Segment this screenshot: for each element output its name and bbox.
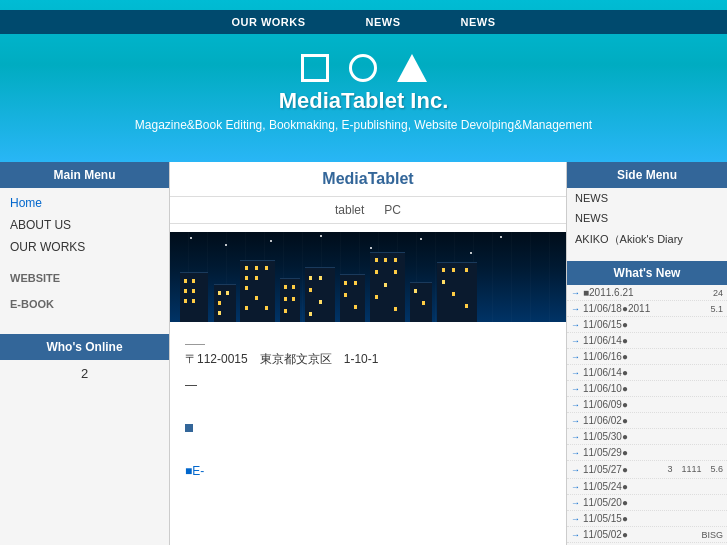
building-2 <box>214 284 236 322</box>
window <box>309 276 312 280</box>
news-date: 11/05/24● <box>583 481 723 492</box>
window <box>344 293 347 297</box>
window <box>255 296 258 300</box>
page-header: OUR WORKS NEWS NEWS MediaTablet Inc. Mag… <box>0 0 727 162</box>
news-item: →11/05/20● <box>567 495 727 511</box>
building-7 <box>370 252 405 322</box>
news-arrow-icon: → <box>571 336 580 346</box>
news-date: 11/06/09● <box>583 399 723 410</box>
left-sidebar-header: Main Menu <box>0 162 169 188</box>
tab-tablet[interactable]: tablet <box>335 203 364 217</box>
news-date: 11/06/18●2011 <box>583 303 708 314</box>
window <box>375 295 378 299</box>
news-arrow-icon: → <box>571 288 580 298</box>
sidebar-item-our-works[interactable]: OUR WORKS <box>0 236 169 258</box>
window <box>309 288 312 292</box>
nav-news-2[interactable]: NEWS <box>461 16 496 28</box>
sidebar-item-home[interactable]: Home <box>0 192 169 214</box>
building-1 <box>180 272 208 322</box>
news-arrow-icon: → <box>571 400 580 410</box>
building-4 <box>280 278 300 322</box>
news-arrow-icon: → <box>571 432 580 442</box>
window <box>452 292 455 296</box>
window <box>184 289 187 293</box>
sidebar-section-website: WEBSITE <box>0 262 169 288</box>
news-item: →11/05/02●BISG <box>567 527 727 543</box>
news-item: →11/06/10● <box>567 381 727 397</box>
building-9 <box>437 262 477 322</box>
circle-icon <box>349 54 377 82</box>
news-arrow-icon: → <box>571 384 580 394</box>
news-list: →■2011.6.2124→11/06/18●20115.1→11/06/15●… <box>567 285 727 543</box>
sidebar-item-about[interactable]: ABOUT US <box>0 214 169 236</box>
window <box>284 297 287 301</box>
city-banner-inner <box>170 232 566 322</box>
star <box>470 252 472 254</box>
sidebar-section-ebook: E-BOOK <box>0 288 169 314</box>
window <box>292 297 295 301</box>
logo-subtitle: Magazine&Book Editing, Bookmaking, E-pub… <box>0 118 727 132</box>
right-menu-news-2[interactable]: NEWS <box>567 208 727 228</box>
center-tabs: tablet PC <box>170 197 566 224</box>
right-menu-akiko[interactable]: AKIKO（Akiok's Diary <box>567 228 727 251</box>
window <box>394 307 397 311</box>
right-sidebar: Side Menu NEWS NEWS AKIKO（Akiok's Diary … <box>567 162 727 545</box>
nav-our-works[interactable]: OUR WORKS <box>231 16 305 28</box>
window <box>384 283 387 287</box>
star <box>225 244 227 246</box>
sidebar-menu: Home ABOUT US OUR WORKS <box>0 188 169 262</box>
building-3 <box>240 260 275 322</box>
small-icon-line <box>185 418 551 440</box>
news-extra: 3 1111 5.6 <box>667 463 723 476</box>
window <box>344 281 347 285</box>
window <box>442 268 445 272</box>
left-sidebar: Main Menu Home ABOUT US OUR WORKS WEBSIT… <box>0 162 170 545</box>
news-date: ■2011.6.21 <box>583 287 711 298</box>
window <box>319 300 322 304</box>
window <box>375 258 378 262</box>
news-date: 11/06/14● <box>583 367 723 378</box>
square-icon <box>301 54 329 82</box>
news-date: 11/05/15● <box>583 513 723 524</box>
small-square-icon <box>185 424 193 432</box>
news-arrow-icon: → <box>571 368 580 378</box>
window <box>218 291 221 295</box>
star <box>320 235 322 237</box>
window <box>184 299 187 303</box>
news-item: →11/05/15● <box>567 511 727 527</box>
window <box>245 266 248 270</box>
window <box>414 289 417 293</box>
news-date: 11/05/29● <box>583 447 723 458</box>
window <box>465 304 468 308</box>
news-arrow-icon: → <box>571 514 580 524</box>
news-date: 11/05/30● <box>583 431 723 442</box>
whats-new-header: What's New <box>567 261 727 285</box>
star <box>500 236 502 238</box>
window <box>218 301 221 305</box>
window <box>255 266 258 270</box>
window <box>394 258 397 262</box>
window <box>442 280 445 284</box>
window <box>319 276 322 280</box>
star <box>270 240 272 242</box>
window <box>292 285 295 289</box>
news-extra: 5.1 <box>710 304 723 314</box>
news-item: →11/05/27●3 1111 5.6 <box>567 461 727 479</box>
window <box>192 279 195 283</box>
who-online-box: Who's Online <box>0 334 169 360</box>
tab-pc[interactable]: PC <box>384 203 401 217</box>
news-item: →11/06/14● <box>567 365 727 381</box>
window <box>354 305 357 309</box>
news-item: →11/05/30● <box>567 429 727 445</box>
window <box>422 301 425 305</box>
news-arrow-icon: → <box>571 498 580 508</box>
logo-title: MediaTablet Inc. <box>0 88 727 114</box>
star <box>420 238 422 240</box>
center-content: MediaTablet tablet PC <box>170 162 567 545</box>
news-date: 11/05/20● <box>583 497 723 508</box>
news-arrow-icon: → <box>571 530 580 540</box>
right-menu-news-1[interactable]: NEWS <box>567 188 727 208</box>
news-date: 11/06/16● <box>583 351 723 362</box>
small-link[interactable]: ■E- <box>185 464 204 478</box>
nav-news-1[interactable]: NEWS <box>366 16 401 28</box>
